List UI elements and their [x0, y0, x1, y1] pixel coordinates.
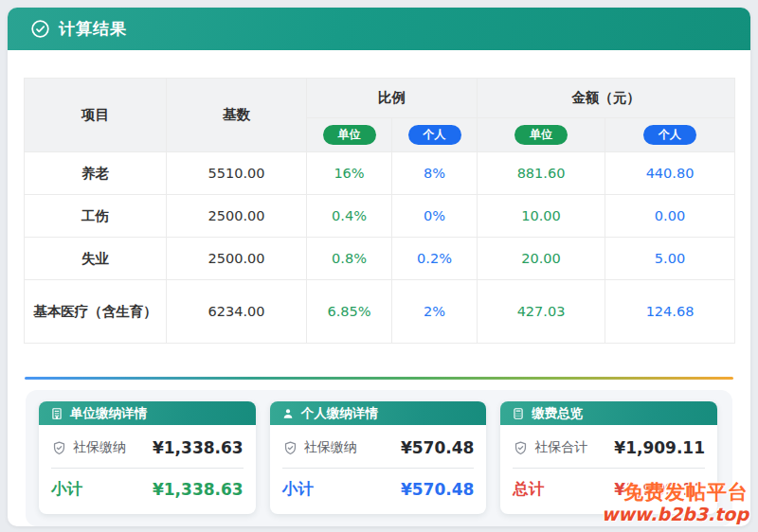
table-row: 基本医疗（含生育） 6234.00 6.85% 2% 427.03 124.68 — [25, 280, 735, 344]
ratio-person-cell: 0.2% — [392, 238, 478, 280]
watermark-link[interactable]: www.b2b3.top — [602, 505, 749, 524]
card-row-value: ¥1,909.11 — [614, 438, 705, 457]
amount-person-cell: 5.00 — [605, 238, 735, 280]
amount-unit-cell: 20.00 — [478, 238, 605, 280]
ratio-unit-cell: 6.85% — [307, 280, 392, 344]
base-cell: 6234.00 — [167, 280, 307, 344]
person-badge: 个人 — [408, 125, 461, 145]
col-header-item: 项目 — [25, 79, 167, 152]
page-title: 计算结果 — [59, 18, 127, 40]
amount-person-cell: 440.80 — [605, 152, 735, 195]
item-cell: 工伤 — [25, 195, 167, 238]
base-cell: 5510.00 — [167, 152, 307, 195]
watermark-text: 免费发帖平台 — [602, 482, 749, 505]
ratio-unit-cell: 16% — [307, 152, 392, 195]
total-label: 总计 — [513, 479, 544, 500]
subtotal-value: ¥570.48 — [401, 480, 474, 499]
unit-payment-card: 单位缴纳详情 社保缴纳 ¥1,338.63 小计 — [39, 401, 256, 514]
ratio-unit-cell: 0.4% — [307, 195, 392, 238]
amount-person-cell: 0.00 — [605, 195, 735, 238]
card-divider — [282, 468, 475, 469]
col-header-ratio: 比例 — [307, 79, 478, 118]
personal-payment-card: 个人缴纳详情 社保缴纳 ¥570.48 小计 — [270, 401, 487, 514]
col-header-amount: 金额（元） — [478, 79, 735, 118]
amount-unit-cell: 427.03 — [478, 280, 605, 344]
subtotal-label: 小计 — [282, 479, 314, 500]
calculator-icon — [512, 407, 525, 420]
card-row-label: 社保缴纳 — [73, 439, 126, 456]
amount-person-header: 个人 — [605, 118, 735, 152]
unit-badge: 单位 — [323, 125, 376, 145]
amount-unit-cell: 881.60 — [478, 152, 605, 195]
item-cell: 失业 — [25, 238, 167, 280]
card-title: 单位缴纳详情 — [70, 405, 147, 422]
person-icon — [281, 407, 295, 420]
title-bar: 计算结果 — [8, 8, 750, 50]
card-row-label: 社保合计 — [534, 439, 587, 456]
base-cell: 2500.00 — [167, 195, 307, 238]
ratio-unit-header: 单位 — [307, 118, 392, 152]
ratio-person-cell: 0% — [392, 195, 478, 238]
gradient-divider — [25, 377, 733, 380]
col-header-base: 基数 — [167, 79, 307, 152]
ratio-person-cell: 2% — [392, 280, 478, 344]
shield-check-icon — [51, 440, 67, 456]
result-page: 计算结果 项目 基数 比例 金额（元） 单位 个人 单位 个人 养老 — [8, 8, 750, 526]
shield-check-icon — [513, 440, 529, 456]
card-title: 个人缴纳详情 — [301, 405, 378, 422]
ratio-person-cell: 8% — [392, 152, 478, 195]
amount-unit-header: 单位 — [478, 118, 605, 152]
amount-person-cell: 124.68 — [605, 280, 735, 344]
card-divider — [51, 468, 244, 469]
subtotal-label: 小计 — [51, 479, 82, 500]
base-cell: 2500.00 — [167, 238, 307, 280]
results-table: 项目 基数 比例 金额（元） 单位 个人 单位 个人 养老 5510.00 16… — [24, 78, 735, 344]
building-icon — [50, 407, 63, 420]
card-divider — [513, 468, 705, 469]
card-row-value: ¥570.48 — [401, 438, 474, 457]
circle-check-icon — [30, 19, 50, 39]
card-title: 缴费总览 — [532, 405, 583, 422]
unit-badge: 单位 — [514, 125, 568, 145]
table-row: 养老 5510.00 16% 8% 881.60 440.80 — [25, 152, 735, 195]
subtotal-value: ¥1,338.63 — [153, 480, 244, 499]
item-cell: 养老 — [25, 152, 167, 195]
payment-overview-card-header: 缴费总览 — [500, 401, 717, 425]
person-badge: 个人 — [643, 125, 696, 145]
table-row: 工伤 2500.00 0.4% 0% 10.00 0.00 — [25, 195, 735, 238]
card-row-value: ¥1,338.63 — [153, 438, 244, 457]
amount-unit-cell: 10.00 — [478, 195, 605, 238]
ratio-unit-cell: 0.8% — [307, 238, 392, 280]
ratio-person-header: 个人 — [392, 118, 478, 152]
card-row-label: 社保缴纳 — [304, 439, 357, 456]
personal-payment-card-header: 个人缴纳详情 — [270, 401, 487, 425]
shield-check-icon — [282, 440, 298, 456]
item-cell: 基本医疗（含生育） — [25, 280, 167, 344]
unit-payment-card-header: 单位缴纳详情 — [39, 401, 256, 425]
table-row: 失业 2500.00 0.8% 0.2% 20.00 5.00 — [25, 238, 735, 280]
watermark: 免费发帖平台 www.b2b3.top — [602, 482, 749, 524]
